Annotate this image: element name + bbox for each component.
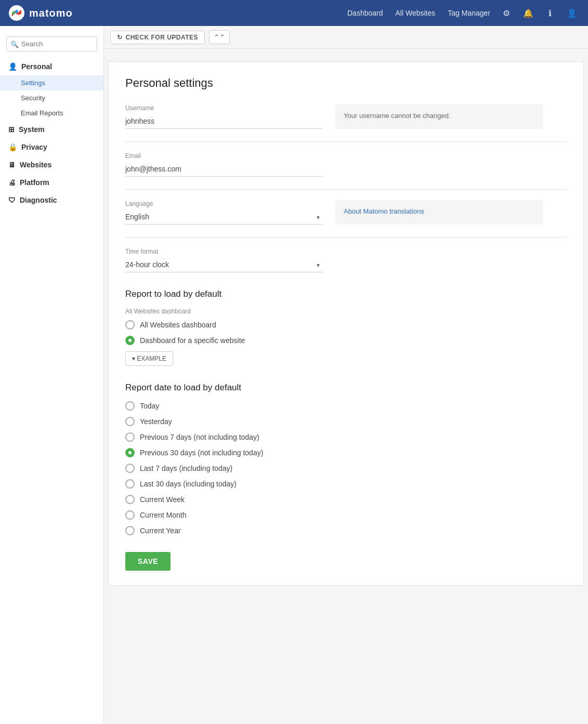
- language-select[interactable]: English French German Spanish Italian: [125, 209, 323, 225]
- notifications-icon-btn[interactable]: 🔔: [520, 5, 536, 21]
- report-option-0[interactable]: All Websites dashboard: [125, 320, 567, 330]
- privacy-icon: 🔒: [8, 143, 17, 151]
- sidebar-item-diagnostic[interactable]: 🛡 Diagnostic: [0, 191, 103, 209]
- date-option-1[interactable]: Yesterday: [125, 417, 567, 426]
- username-label: Username: [125, 104, 323, 112]
- websites-label: Websites: [20, 161, 51, 169]
- check-updates-button[interactable]: ↻ CHECK FOR UPDATES: [110, 31, 205, 44]
- toolbar: ↻ CHECK FOR UPDATES ⌃⌃: [104, 26, 588, 49]
- info-icon-btn[interactable]: ℹ: [542, 5, 558, 21]
- date-option-4[interactable]: Last 7 days (including today): [125, 464, 567, 473]
- date-option-8-label: Current Year: [140, 526, 181, 535]
- chevron-up-icon: ⌃⌃: [214, 33, 225, 41]
- sidebar-item-websites[interactable]: 🖥 Websites: [0, 156, 103, 174]
- report-option-1[interactable]: Dashboard for a specific website: [125, 336, 567, 345]
- date-radio-circle-1: [125, 417, 135, 426]
- email-row: Email: [125, 152, 567, 177]
- language-select-wrap: English French German Spanish Italian: [125, 209, 323, 225]
- report-radio-circle-0: [125, 320, 135, 330]
- sidebar-nav: 👤 Personal Settings Security Email Repor…: [0, 58, 103, 209]
- sidebar-item-system[interactable]: ⊞ System: [0, 121, 103, 138]
- date-option-0[interactable]: Today: [125, 401, 567, 411]
- logo[interactable]: matomo: [8, 5, 73, 21]
- search-input[interactable]: [6, 36, 97, 51]
- platform-icon: 🖨: [8, 178, 16, 187]
- date-option-8[interactable]: Current Year: [125, 526, 567, 535]
- main-content: ↻ CHECK FOR UPDATES ⌃⌃ Personal settings…: [104, 26, 588, 724]
- svg-point-1: [12, 11, 15, 15]
- report-sub-label: All Websites dashboard: [125, 308, 567, 315]
- person-icon: 👤: [8, 62, 17, 71]
- date-option-2[interactable]: Previous 7 days (not including today): [125, 432, 567, 442]
- language-label: Language: [125, 200, 323, 207]
- tag-manager-link[interactable]: Tag Manager: [448, 9, 490, 17]
- check-updates-label: CHECK FOR UPDATES: [126, 34, 199, 41]
- diagnostic-label: Diagnostic: [20, 196, 57, 204]
- divider-3: [125, 237, 567, 238]
- date-radio-group: Today Yesterday Previous 7 days (not inc…: [125, 401, 567, 535]
- email-label: Email: [125, 152, 323, 160]
- email-field[interactable]: [125, 162, 323, 177]
- time-format-select[interactable]: 24-hour clock 12-hour clock (AM/PM): [125, 257, 323, 272]
- username-field[interactable]: [125, 114, 323, 129]
- main-layout: 🔍 👤 Personal Settings Security Email Rep…: [0, 26, 588, 724]
- privacy-label: Privacy: [21, 143, 47, 151]
- sidebar-item-email-reports[interactable]: Email Reports: [0, 106, 103, 121]
- content-area: Personal settings Username Your username…: [108, 61, 584, 586]
- sidebar-item-settings[interactable]: Settings: [0, 75, 103, 90]
- username-info-box: Your username cannot be changed.: [335, 104, 543, 129]
- collapse-button[interactable]: ⌃⌃: [209, 30, 230, 44]
- report-option-0-label: All Websites dashboard: [140, 321, 216, 329]
- date-option-5-label: Last 30 days (including today): [140, 480, 237, 488]
- settings-icon-btn[interactable]: ⚙: [499, 5, 514, 21]
- all-websites-link[interactable]: All Websites: [396, 9, 436, 17]
- user-icon-btn[interactable]: 👤: [564, 5, 580, 21]
- language-info-box: About Matomo translations: [335, 200, 543, 225]
- matomo-logo-icon: [8, 5, 25, 21]
- svg-point-3: [18, 11, 21, 15]
- date-option-5[interactable]: Last 30 days (including today): [125, 479, 567, 489]
- report-default-title: Report to load by default: [125, 289, 567, 299]
- sidebar-item-platform[interactable]: 🖨 Platform: [0, 174, 103, 191]
- date-radio-circle-8: [125, 526, 135, 535]
- report-radio-group: All Websites dashboard Dashboard for a s…: [125, 320, 567, 345]
- sidebar: 🔍 👤 Personal Settings Security Email Rep…: [0, 26, 104, 724]
- sidebar-item-privacy[interactable]: 🔒 Privacy: [0, 138, 103, 156]
- date-radio-circle-4: [125, 464, 135, 473]
- username-row: Username Your username cannot be changed…: [125, 104, 567, 129]
- language-info-link[interactable]: About Matomo translations: [344, 207, 424, 215]
- date-radio-circle-2: [125, 432, 135, 442]
- sidebar-item-security[interactable]: Security: [0, 90, 103, 106]
- username-info-text: Your username cannot be changed.: [344, 112, 451, 120]
- date-option-6[interactable]: Current Week: [125, 495, 567, 504]
- websites-icon: 🖥: [8, 161, 16, 169]
- date-option-0-label: Today: [140, 402, 159, 410]
- report-radio-circle-1: [125, 336, 135, 345]
- date-option-3[interactable]: Previous 30 days (not including today): [125, 448, 567, 457]
- date-radio-circle-0: [125, 401, 135, 411]
- platform-label: Platform: [20, 178, 49, 187]
- time-format-select-wrap: 24-hour clock 12-hour clock (AM/PM): [125, 257, 323, 272]
- date-radio-circle-5: [125, 479, 135, 489]
- email-field-group: Email: [125, 152, 323, 177]
- date-option-2-label: Previous 7 days (not including today): [140, 433, 259, 441]
- dashboard-link[interactable]: Dashboard: [347, 9, 383, 17]
- search-wrap: 🔍: [6, 36, 97, 51]
- diagnostic-icon: 🛡: [8, 196, 16, 204]
- date-option-7[interactable]: Current Month: [125, 510, 567, 520]
- logo-text: matomo: [29, 7, 73, 19]
- date-radio-circle-7: [125, 510, 135, 520]
- report-date-title: Report date to load by default: [125, 383, 567, 393]
- nav-links: Dashboard All Websites Tag Manager: [347, 9, 490, 17]
- svg-point-2: [15, 10, 18, 13]
- system-label: System: [19, 125, 45, 134]
- personal-label: Personal: [21, 62, 52, 71]
- divider-1: [125, 141, 567, 142]
- date-option-4-label: Last 7 days (including today): [140, 464, 232, 472]
- top-navigation: matomo Dashboard All Websites Tag Manage…: [0, 0, 588, 26]
- sidebar-item-personal[interactable]: 👤 Personal: [0, 58, 103, 75]
- divider-2: [125, 189, 567, 190]
- example-button[interactable]: ▾ EXAMPLE: [125, 351, 173, 366]
- save-button[interactable]: SAVE: [125, 552, 171, 571]
- sidebar-search-area: 🔍: [0, 32, 103, 58]
